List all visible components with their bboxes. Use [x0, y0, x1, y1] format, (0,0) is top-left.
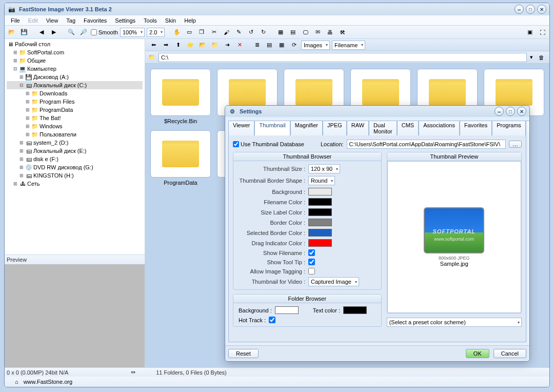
select-icon[interactable]: ▭ [184, 27, 194, 37]
footer-url[interactable]: www.FastStone.org [24, 379, 72, 385]
dlg-minimize-button[interactable]: ‒ [494, 107, 504, 116]
delete-icon[interactable]: ✕ [234, 40, 245, 50]
tab-raw[interactable]: RAW [347, 121, 369, 135]
tree-downloads[interactable]: Downloads [39, 90, 67, 96]
move-icon[interactable]: ➜ [222, 40, 232, 50]
view-list-icon[interactable]: ≣ [252, 40, 262, 50]
fullscreen-icon[interactable]: ⛶ [537, 27, 547, 37]
tab-music[interactable]: Music [526, 121, 530, 135]
thumb-item[interactable]: ProgramData [150, 130, 211, 186]
bg-swatch[interactable] [308, 188, 332, 195]
rotate-right-icon[interactable]: ↻ [258, 27, 268, 37]
refresh-icon[interactable]: ⟳ [289, 40, 299, 50]
zoom-out-icon[interactable]: 🔎 [78, 27, 89, 37]
view-details-icon[interactable]: ▤ [264, 40, 274, 50]
star-icon[interactable]: ⭐ [185, 40, 195, 50]
layout-icon[interactable]: ▣ [525, 27, 535, 37]
reset-button[interactable]: Reset [228, 349, 259, 358]
maximize-button[interactable]: □ [526, 5, 535, 14]
folder-tree[interactable]: 🖥Рабочий стол ⊞📁SoftPortal.com ⊞📁Общие ⊟… [5, 39, 145, 254]
tab-viewer[interactable]: Viewer [228, 121, 254, 135]
border-shape-combo[interactable]: Round [308, 176, 335, 185]
menu-tools[interactable]: Tools [140, 16, 161, 25]
smooth-checkbox[interactable]: Smooth [91, 29, 118, 35]
filter-images-combo[interactable]: Images [301, 41, 330, 50]
show-filename-checkbox[interactable] [308, 249, 315, 256]
prev-icon[interactable]: ◀ [36, 27, 47, 37]
newfolder-icon[interactable]: 📁 [210, 40, 220, 50]
menu-skin[interactable]: Skin [161, 16, 180, 25]
tree-desktop[interactable]: Рабочий стол [15, 41, 50, 47]
menu-settings[interactable]: Settings [111, 16, 140, 25]
status-stretch-icon[interactable]: ⇔ [131, 369, 135, 376]
zoom2-combo[interactable]: 2.0 [147, 28, 165, 37]
tree-programfiles[interactable]: Program Files [39, 99, 74, 105]
zoom-in-icon[interactable]: 🔍 [66, 27, 76, 37]
tab-cms[interactable]: CMS [397, 121, 419, 135]
save-icon[interactable]: 💾 [19, 27, 29, 37]
thumb-video-combo[interactable]: Captured Image [308, 277, 359, 286]
tree-f[interactable]: disk e (F:) [33, 156, 58, 162]
hand-icon[interactable]: ✋ [172, 27, 182, 37]
dlg-maximize-button[interactable]: □ [506, 107, 515, 116]
thumb-size-combo[interactable]: 120 x 90 [308, 164, 340, 173]
menu-view[interactable]: View [42, 16, 63, 25]
back-icon[interactable]: ⬅ [148, 40, 159, 50]
selborder-swatch[interactable] [308, 229, 332, 237]
hottrack-checkbox[interactable] [269, 317, 275, 323]
tree-a[interactable]: Дисковод (A:) [33, 74, 69, 80]
location-input[interactable]: C:\Users\SoftPortal.com\AppData\Roaming\… [347, 140, 506, 149]
tab-magnifier[interactable]: Magnifier [290, 121, 323, 135]
up-icon[interactable]: ⬆ [173, 40, 183, 50]
slideshow-icon[interactable]: 🖵 [300, 27, 310, 37]
tab-prog[interactable]: Programs [492, 121, 526, 135]
tree-windows[interactable]: Windows [39, 123, 63, 129]
tree-g[interactable]: DVD RW дисковод (G:) [33, 164, 93, 170]
ok-button[interactable]: OK [466, 349, 489, 358]
browse-button[interactable]: … [509, 141, 522, 148]
clone-icon[interactable]: ✎ [233, 27, 244, 37]
zoom-combo[interactable]: 100% [120, 28, 145, 37]
tab-fav[interactable]: Favorites [460, 121, 492, 135]
border-swatch[interactable] [308, 219, 332, 226]
tree-common[interactable]: Общие [27, 57, 46, 64]
trash-icon[interactable]: 🗑 [536, 52, 546, 63]
email-icon[interactable]: ✉ [312, 27, 323, 37]
menu-edit[interactable]: Edit [24, 16, 42, 25]
menu-favorites[interactable]: Favorites [80, 16, 111, 25]
grid-icon[interactable]: ▦ [275, 27, 286, 37]
tree-programdata[interactable]: ProgramData [39, 107, 73, 113]
next-icon[interactable]: ▶ [49, 27, 59, 37]
stack-icon[interactable]: ❐ [196, 27, 207, 37]
tab-jpeg[interactable]: JPEG [323, 121, 347, 135]
tree-d[interactable]: system_2 (D:) [33, 140, 68, 146]
settings-icon[interactable]: 🛠 [337, 27, 347, 37]
use-thumbnail-db-checkbox[interactable]: Use Thumbnail Database [233, 141, 304, 147]
open-icon[interactable]: 📂 [7, 27, 17, 37]
preset-scheme-combo[interactable]: (Select a preset color scheme) [387, 318, 522, 327]
tree-h[interactable]: KINGSTON (H:) [33, 172, 74, 179]
tree-c[interactable]: Локальный диск (C:) [33, 82, 87, 88]
close-button[interactable]: ✕ [537, 5, 546, 14]
crop-icon[interactable]: ✂ [209, 27, 219, 37]
chevron-down-icon[interactable]: ▾ [530, 54, 533, 61]
tab-dual[interactable]: Dual Monitor [369, 121, 397, 135]
show-tooltip-checkbox[interactable] [308, 259, 315, 265]
tab-assoc[interactable]: Associations [419, 121, 460, 135]
tab-thumbnail[interactable]: Thumbnail [254, 121, 290, 135]
fb-text-swatch[interactable] [343, 306, 367, 314]
sort-combo[interactable]: Filename [332, 41, 365, 50]
home-icon[interactable]: ⌂ [15, 379, 18, 385]
sizelabel-swatch[interactable] [308, 208, 332, 216]
menu-help[interactable]: Help [180, 16, 200, 25]
drag-swatch[interactable] [308, 239, 332, 247]
forward-icon[interactable]: ➡ [161, 40, 171, 50]
folder-open-icon[interactable]: 📂 [197, 40, 208, 50]
tree-users[interactable]: Пользователи [39, 131, 76, 138]
tree-network[interactable]: Сеть [27, 181, 39, 187]
view-thumb-icon[interactable]: ▦ [276, 40, 287, 50]
minimize-button[interactable]: ‒ [515, 5, 524, 14]
tree-softportal[interactable]: SoftPortal.com [27, 49, 64, 55]
brush-icon[interactable]: 🖌 [221, 27, 231, 37]
filename-swatch[interactable] [308, 198, 332, 206]
